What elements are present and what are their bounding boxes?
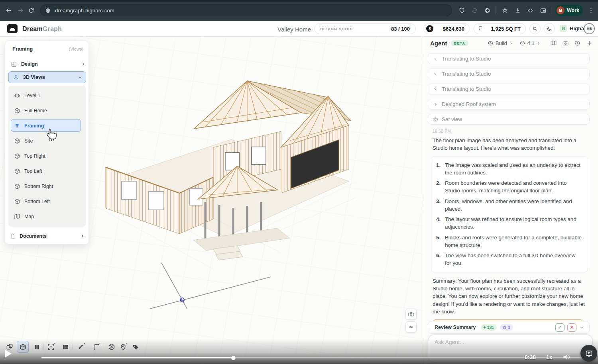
view-item-bottom-left[interactable]: Bottom Left: [14, 196, 82, 207]
extension-shield-icon[interactable]: [457, 6, 466, 15]
cube-icon: [14, 153, 20, 159]
collapse-chevron-icon[interactable]: [579, 325, 584, 330]
view-item-label: Top Left: [24, 168, 42, 174]
section-cut-icon[interactable]: [107, 342, 116, 352]
build-selector[interactable]: Build: [488, 40, 513, 46]
chevron-right-icon: [509, 41, 513, 45]
theme-toggle-button[interactable]: [544, 23, 555, 34]
ask-agent-input[interactable]: [435, 339, 582, 345]
browser-back-icon[interactable]: [4, 6, 14, 15]
address-bar[interactable]: dreamgraph.higharc.com: [40, 4, 452, 16]
sidebar-subtitle: (Views): [69, 47, 83, 51]
action-label: Set view: [442, 116, 462, 122]
transform-arrow-icon: [433, 56, 438, 62]
rect-select-icon[interactable]: [92, 342, 101, 352]
history-icon[interactable]: [574, 40, 581, 47]
design-label: Design: [21, 61, 38, 67]
browser-menu-kebab-icon[interactable]: [586, 6, 596, 15]
reject-button[interactable]: ✕: [567, 323, 576, 332]
view-item-map[interactable]: Map: [14, 211, 82, 223]
step-text: Blocks and roofs were generated for a co…: [445, 234, 582, 249]
map-view-icon[interactable]: [550, 40, 557, 47]
chevron-down-icon: [78, 75, 83, 80]
search-button[interactable]: [529, 23, 541, 34]
step-number: 4.: [436, 215, 442, 231]
volume-icon[interactable]: [562, 353, 570, 361]
snapshot-button[interactable]: [405, 309, 417, 320]
angle-measure-icon[interactable]: [77, 342, 86, 352]
agent-action-card[interactable]: Designed Roof system: [428, 99, 590, 110]
action-label: Translating to Studio: [442, 71, 491, 77]
cube-icon: [14, 183, 20, 190]
approve-button[interactable]: ✓: [555, 323, 565, 332]
view-item-top-right[interactable]: Top Right: [14, 150, 82, 162]
agent-action-card[interactable]: Set view: [428, 114, 590, 125]
view-item-label: Level 1: [24, 93, 40, 98]
design-score-label: DESIGN SCORE: [320, 27, 354, 31]
extensions-puzzle-icon[interactable]: [482, 6, 492, 15]
screenshot-tool-icon[interactable]: [538, 6, 548, 15]
view-item-level-1[interactable]: Level 1: [14, 90, 82, 102]
toolbar-divider: [73, 344, 73, 350]
view-item-label: Framing: [24, 123, 44, 129]
step-item: 2.Room boundaries were detected and conv…: [436, 179, 582, 195]
browser-profile-button[interactable]: M Work: [555, 5, 583, 16]
browser-forward-icon[interactable]: [15, 6, 25, 15]
review-summary-bar[interactable]: Review Summary + 131 1 ✓ ✕: [428, 321, 590, 334]
camera-icon[interactable]: [562, 40, 569, 47]
documents-label: Documents: [20, 233, 47, 239]
video-progress-knob[interactable]: [231, 356, 236, 360]
agent-message-intro: The floor plan image has been analyzed a…: [433, 137, 585, 152]
view-item-top-left[interactable]: Top Left: [14, 165, 82, 177]
chevron-right-icon: [537, 41, 541, 45]
cube-icon: [14, 138, 20, 144]
cube-3d-icon[interactable]: [18, 342, 28, 352]
location-pin-icon[interactable]: [118, 342, 128, 352]
price-pill[interactable]: $ $624,630: [423, 23, 470, 34]
dreamgraph-logo-icon[interactable]: [7, 24, 18, 33]
video-play-button[interactable]: [5, 350, 12, 358]
screen-capture-button[interactable]: [580, 345, 597, 362]
split-columns-icon[interactable]: [32, 342, 41, 352]
step-text: The view has been switched to a full 3D …: [445, 252, 582, 267]
step-number: 1.: [436, 161, 442, 177]
profile-avatar: M: [557, 6, 565, 14]
price-value: $624,630: [443, 26, 464, 32]
higharc-logo-icon: [560, 25, 567, 32]
extension-recycle-icon[interactable]: [470, 6, 479, 15]
chevron-right-icon: [81, 62, 86, 67]
hand-cursor: [45, 126, 58, 141]
view-item-bottom-right[interactable]: Bottom Right: [14, 180, 82, 192]
browser-reload-icon[interactable]: [26, 6, 36, 15]
area-pill[interactable]: 1,925 SQ FT: [474, 23, 526, 34]
step-text: Room boundaries were detected and conver…: [445, 179, 582, 195]
zoom-fit-icon[interactable]: [46, 342, 56, 352]
devtools-code-icon[interactable]: [525, 6, 535, 15]
agent-action-card[interactable]: Translating to Studio: [428, 84, 590, 94]
ruler-icon: [478, 26, 484, 32]
sidebar-item-documents[interactable]: Documents: [10, 231, 85, 242]
design-score-pill[interactable]: DESIGN SCORE 83 / 100: [314, 23, 416, 34]
user-avatar[interactable]: MB: [584, 23, 595, 34]
project-name: Valley Home: [255, 26, 311, 33]
action-label: Translating to Studio: [442, 56, 491, 62]
chrome-divider: [496, 7, 496, 14]
view-settings-button[interactable]: [405, 321, 417, 333]
video-speed-button[interactable]: 1x: [546, 354, 553, 360]
build-icon: [488, 40, 494, 46]
sidebar-item-design[interactable]: Design: [9, 59, 86, 70]
new-chat-plus-icon[interactable]: [586, 40, 593, 47]
agent-action-card[interactable]: Translating to Studio: [428, 53, 590, 64]
step-text: The layout was refined to ensure logical…: [445, 215, 582, 231]
sidebar-item-3d-views[interactable]: 3D Views: [8, 71, 86, 83]
step-number: 3.: [436, 198, 442, 213]
downloads-icon[interactable]: [513, 6, 522, 15]
layout-panels-icon[interactable]: [61, 342, 70, 352]
model-selector[interactable]: 4.1: [519, 40, 541, 46]
site-info-icon[interactable]: [45, 8, 51, 14]
dollar-icon: $: [426, 25, 433, 32]
tag-label-icon[interactable]: [131, 342, 140, 352]
bookmark-star-icon[interactable]: [500, 6, 509, 15]
view-item-full-home[interactable]: Full Home: [14, 105, 82, 117]
agent-action-card[interactable]: Translating to Studio: [428, 68, 590, 79]
